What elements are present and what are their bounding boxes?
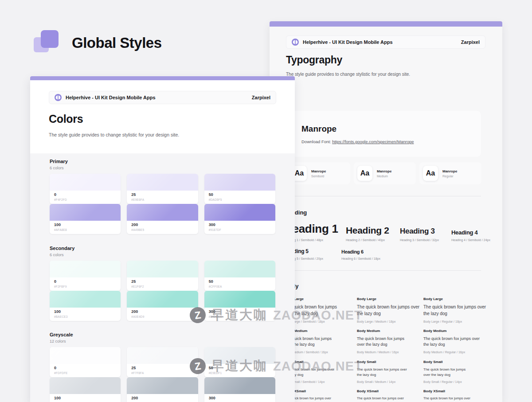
body-specimen-title: Body Large: [357, 297, 423, 301]
heading-specimen: Heading 6 Heading 6 / Semibold / 18px: [341, 246, 380, 260]
color-group-name: Greyscale: [50, 332, 73, 337]
body-specimen: Body XSmall The quick brown fox jumps ov…: [357, 389, 408, 402]
swatch-hex: #E9E6FA: [131, 198, 193, 201]
brand-author: Zarpixel: [461, 39, 480, 45]
swatch-hex: #E1F6F2: [131, 285, 193, 288]
typography-subtitle: The style guide provides to change styli…: [286, 72, 410, 77]
heading-caption: Heading 6 / Semibold / 18px: [341, 257, 380, 260]
swatch-hex: #FDFDFE: [54, 371, 116, 375]
helperhive-logo-icon: [55, 94, 62, 101]
body-specimen-sample: The quick brown fox jumps over the lazy …: [357, 336, 410, 347]
color-swatch: 300 #A3ADB9: [204, 377, 275, 402]
swatch-label: 25: [131, 279, 193, 284]
body-specimen: Body Small The quick brown fox jumps ove…: [423, 360, 471, 383]
swatch-color: [50, 174, 121, 191]
font-name: Manrope: [301, 124, 336, 134]
font-download-label: Download Font:: [301, 139, 331, 144]
color-swatch: 200 #A49BE5: [127, 204, 198, 234]
heading-specimen: Heading 4 Heading 4 / Semibold / 24px: [451, 221, 490, 242]
swatch-color: [127, 347, 198, 364]
swatch-row: 100 #BAECE3 200 #A0E4D9 300 #84DBCD: [50, 291, 275, 321]
swatch-hex: #F2FBF9: [54, 285, 116, 288]
swatch-hex: #F4F2FD: [54, 198, 116, 201]
swatch-color: [204, 347, 275, 364]
body-specimen: Body Medium The quick brown fox jumps ov…: [423, 329, 485, 354]
font-download-line: Download Font: https://fonts.google.com/…: [301, 139, 414, 144]
swatch-color: [50, 204, 121, 221]
colors-card: Helperhive - UI Kit Design Mobile Apps Z…: [30, 76, 295, 402]
heading-sample: Heading 4: [451, 229, 490, 236]
swatch-label: 100: [54, 309, 116, 314]
body-specimen-title: Body XSmall: [423, 389, 473, 393]
font-weight-card: Aa Manrope Medium: [354, 162, 416, 184]
body-specimen-caption: Body Small / Medium / 14px: [357, 380, 411, 383]
heading-specimen: Heading 2 Heading 2 / Semibold / 40px: [346, 221, 389, 242]
swatch-color: [50, 261, 121, 277]
font-weight-card: Aa Manrope Regular: [419, 162, 481, 184]
color-swatch: 200 #B9C1CA: [127, 377, 198, 402]
swatch-hex: #A49BE5: [131, 228, 193, 231]
heading-sample: Heading 3: [400, 227, 439, 236]
body-specimen-title: Body Small: [357, 360, 411, 364]
font-sample-aa: Aa: [357, 166, 372, 181]
swatch-label: 300: [209, 309, 271, 314]
swatch-color: [127, 291, 198, 308]
body-specimen-caption: Body Small / Regular / 14px: [423, 380, 471, 383]
swatch-row: 100 #D8DCE1 200 #B9C1CA 300 #A3ADB9: [50, 377, 275, 402]
helperhive-logo-icon: [292, 39, 299, 46]
font-weight-label: Regular: [442, 175, 457, 178]
page-header: Global Styles: [34, 30, 162, 56]
swatch-hex: #9187DF: [209, 228, 271, 231]
swatch-row: 0 #F2FBF9 25 #E1F6F2 50 #CFF0EA: [50, 261, 275, 291]
color-group-count: 12 colors: [50, 339, 66, 343]
font-family-label: Manrope: [377, 169, 391, 173]
body-specimen-caption: Body Medium / Medium / 16px: [357, 351, 410, 354]
swatch-label: 300: [209, 222, 271, 227]
body-specimen-caption: Body Medium / Regular / 16px: [423, 351, 485, 354]
swatch-hex: #AFA8E8: [54, 228, 116, 231]
swatch-row: 100 #AFA8E8 200 #A49BE5 300 #9187DF: [50, 204, 275, 234]
font-download-link[interactable]: https://fonts.google.com/specimen/Manrop…: [332, 139, 414, 144]
color-swatch: 100 #AFA8E8: [50, 204, 121, 234]
heading-caption: Heading 3 / Semibold / 32px: [400, 238, 439, 242]
swatch-color: [204, 377, 275, 394]
swatch-row: 0 #FDFDFE 25 #F7F8FA 50 #E9EDF1: [50, 347, 275, 377]
swatch-hex: #CFF0EA: [209, 285, 271, 288]
swatch-hex: #84DBCD: [209, 315, 271, 318]
swatch-label: 200: [131, 222, 193, 227]
color-swatch: 0 #FDFDFE: [50, 347, 121, 377]
swatch-color: [204, 291, 275, 308]
swatch-label: 300: [209, 396, 271, 400]
swatch-label: 25: [131, 192, 193, 197]
swatch-label: 0: [54, 192, 116, 197]
font-weight-card: Aa Manrope Semibold: [288, 162, 350, 184]
swatch-hex: #A0E4D9: [131, 315, 193, 318]
swatch-color: [127, 377, 198, 394]
colors-brand-strip: Helperhive - UI Kit Design Mobile Apps Z…: [49, 91, 276, 104]
body-specimen-sample: The quick brown fox jumps over the lazy …: [423, 304, 490, 317]
swatch-label: 100: [54, 222, 116, 227]
color-swatch: 300 #84DBCD: [204, 291, 275, 321]
heading-caption: Heading 4 / Semibold / 24px: [451, 238, 490, 242]
color-swatch: 100 #BAECE3: [50, 291, 121, 321]
font-family-block: [289, 111, 481, 157]
swatch-hex: #E9EDF1: [209, 371, 271, 375]
swatch-label: 50: [209, 192, 271, 197]
swatch-label: 50: [209, 279, 271, 284]
color-swatch: 50 #E9EDF1: [204, 347, 275, 377]
color-swatch: 25 #E9E6FA: [127, 174, 198, 204]
color-swatch: 0 #F4F2FD: [50, 174, 121, 204]
section-divider: [289, 196, 481, 196]
heading-specimen: Heading 3 Heading 3 / Semibold / 32px: [400, 221, 439, 242]
page-title: Global Styles: [72, 35, 162, 51]
body-specimen-sample: The quick brown fox jumps over the lazy …: [357, 367, 411, 377]
color-swatch: 300 #9187DF: [204, 204, 275, 234]
body-specimen-sample: The quick brown fox jumps over the lazy …: [423, 367, 471, 377]
body-specimen-sample: The quick brown fox jumps over the lazy …: [423, 396, 473, 402]
color-group-count: 6 colors: [50, 166, 64, 170]
swatch-color: [127, 174, 198, 191]
font-sample-aa: Aa: [423, 166, 438, 181]
typography-title: Typography: [286, 54, 342, 66]
swatch-hex: #BAECE3: [54, 315, 116, 318]
font-family-label: Manrope: [442, 169, 457, 173]
